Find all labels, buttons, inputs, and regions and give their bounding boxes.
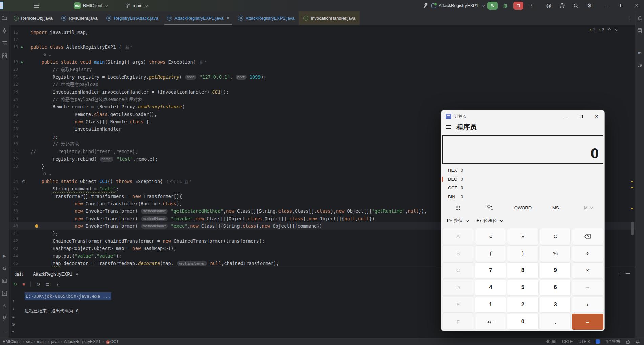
services-tool-icon[interactable] xyxy=(1,289,8,297)
maven-tool-icon[interactable]: m xyxy=(636,49,643,56)
calc-key-«[interactable]: « xyxy=(475,228,506,244)
structure-tool-icon[interactable] xyxy=(1,39,8,47)
search-icon[interactable] xyxy=(571,1,581,10)
calc-key-5[interactable]: 5 xyxy=(507,280,539,296)
window-restore-button[interactable] xyxy=(614,0,629,11)
code-with-me-icon[interactable] xyxy=(557,1,567,10)
prev-issue-icon[interactable] xyxy=(608,28,611,31)
notifications-bell-icon[interactable] xyxy=(636,14,643,22)
calc-key-multiply[interactable]: × xyxy=(572,262,603,279)
indent-setting[interactable]: 4个空格 xyxy=(606,339,620,344)
tab-RemoteObj.java[interactable]: IRemoteObj.java xyxy=(9,11,57,25)
run-tool-icon[interactable]: ▶ xyxy=(1,252,8,259)
window-minimize-button[interactable]: – xyxy=(599,0,614,11)
word-size-button[interactable]: QWORD xyxy=(506,205,539,210)
code-vision-icon[interactable]: ⚙ xyxy=(43,51,51,58)
settings-gear-icon[interactable]: ⚙ xyxy=(584,1,595,10)
project-tool-icon[interactable] xyxy=(1,14,8,22)
code-vision-icon[interactable]: ⚙ xyxy=(43,170,51,178)
calc-key-7[interactable]: 7 xyxy=(475,262,506,279)
radix-row-oct[interactable]: OCT0 xyxy=(441,183,604,192)
calc-key-4[interactable]: 4 xyxy=(475,280,506,296)
code-line-23[interactable]: 23 InvocationHandler invocationHandler =… xyxy=(9,88,635,96)
vcs-tool-icon[interactable] xyxy=(1,314,8,322)
run-settings-gear-icon[interactable]: ⚙ xyxy=(36,282,40,287)
tab-RMIClient.java[interactable]: CRMIClient.java xyxy=(57,11,102,25)
calc-minimize-button[interactable]: — xyxy=(558,110,573,122)
stop-process-icon[interactable]: ■ xyxy=(22,282,25,287)
run-button[interactable]: ↻ xyxy=(487,2,498,10)
calc-key-backspace[interactable] xyxy=(572,228,603,244)
console-command-line[interactable]: E:\JDK\jdk-8u65\bin\java.exe ... xyxy=(25,292,111,300)
calc-maximize-button[interactable] xyxy=(573,110,589,122)
run-line-icon[interactable]: ▶ xyxy=(18,58,29,66)
code-line-18[interactable]: 18▶public class AttackRegistryEXP1 { 新 * xyxy=(9,43,635,51)
calc-key-6[interactable]: 6 xyxy=(540,280,571,296)
inspections-widget[interactable]: ⚠3 ⚠2 xyxy=(589,27,617,32)
commit-tool-icon[interactable] xyxy=(1,27,8,34)
code-line-21[interactable]: 21 Registry registry = LocateRegistry.ge… xyxy=(9,73,635,81)
window-close-button[interactable]: ✕ xyxy=(629,0,644,11)
run-line-icon[interactable]: ▶ xyxy=(18,43,29,51)
run-configuration-select[interactable]: AttackRegistryEXP1 xyxy=(431,3,484,8)
soft-wrap-icon[interactable]: ≡ xyxy=(12,314,15,319)
vcs-branch-widget[interactable]: main xyxy=(126,3,147,8)
breadcrumb-item[interactable]: java xyxy=(51,339,59,344)
scrollbar-thumb[interactable] xyxy=(631,222,634,235)
debug-button[interactable] xyxy=(500,1,511,10)
main-menu-button[interactable] xyxy=(31,1,41,10)
calc-key-divide[interactable]: ÷ xyxy=(572,245,603,262)
ai-assistant-icon[interactable]: @ xyxy=(544,1,554,10)
plugins-tool-icon[interactable] xyxy=(1,52,8,59)
run-panel-tab[interactable]: AttackRegistryEXP1 × xyxy=(33,271,78,277)
calc-key-%[interactable]: % xyxy=(540,245,571,262)
radix-row-bin[interactable]: BIN0 xyxy=(441,192,604,201)
calc-key-negate[interactable]: +/− xyxy=(475,314,506,330)
hidden-tabs-icon[interactable]: ⋮ xyxy=(623,15,635,21)
radix-row-dec[interactable]: DEC0 xyxy=(441,175,604,183)
intention-bulb-icon[interactable] xyxy=(35,224,38,228)
breadcrumb-item[interactable]: src xyxy=(26,339,32,344)
calc-key-9[interactable]: 9 xyxy=(540,262,571,279)
more-actions-icon[interactable]: ⋮ xyxy=(526,1,536,10)
memory-menu-button[interactable]: M xyxy=(572,205,604,210)
calc-close-button[interactable]: ✕ xyxy=(589,110,604,122)
code-line-19[interactable]: 19▶ public static void main(String[] arg… xyxy=(9,58,635,66)
close-icon[interactable]: × xyxy=(76,271,78,277)
run-panel-hide-icon[interactable]: — xyxy=(626,271,630,276)
calc-key-2[interactable]: 2 xyxy=(507,297,539,313)
annotation-gutter-icon[interactable]: @ xyxy=(18,178,29,185)
project-widget[interactable]: RM RMIClient xyxy=(74,2,107,9)
stop-button[interactable] xyxy=(513,2,523,10)
code-inlay-row[interactable]: ⚙ xyxy=(9,51,635,58)
next-issue-icon[interactable] xyxy=(615,28,618,31)
breadcrumb-item[interactable]: mCC1 xyxy=(106,339,119,344)
breadcrumb-item[interactable]: AttackRegistryEXP1 xyxy=(64,339,101,344)
line-ending[interactable]: CRLF xyxy=(562,339,573,344)
code-line-17[interactable]: 17 xyxy=(9,36,635,43)
plugin-indicator-icon[interactable] xyxy=(596,339,600,344)
radix-row-hex[interactable]: HEX0 xyxy=(441,166,604,175)
terminal-tool-icon[interactable] xyxy=(1,277,8,284)
console-more-icon[interactable]: ⋮ xyxy=(55,282,60,287)
calc-key-»[interactable]: » xyxy=(507,228,539,244)
build-hammer-icon[interactable] xyxy=(421,1,431,10)
calc-key-1[interactable]: 1 xyxy=(475,297,506,313)
code-line-20[interactable]: 20 // 获取Registry xyxy=(9,66,635,73)
editor-scrollbar[interactable] xyxy=(631,25,634,268)
calc-key-decimal[interactable]: . xyxy=(540,314,571,330)
bitwise-dropdown[interactable]: 按位 xyxy=(444,216,471,225)
pin-tab-icon[interactable]: ▤ xyxy=(45,282,49,287)
bit-toggle-keypad-icon[interactable] xyxy=(474,205,506,210)
code-line-16[interactable]: 16import java.util.Map; xyxy=(9,28,635,36)
breadcrumb-item[interactable]: main xyxy=(37,339,46,344)
calc-menu-icon[interactable] xyxy=(446,125,451,129)
breadcrumb-item[interactable]: RMIClient xyxy=(3,339,21,344)
more-tools-icon[interactable]: ⋯ xyxy=(1,327,8,334)
file-encoding[interactable]: UTF-8 xyxy=(578,339,590,344)
code-line-25[interactable]: 25 Remote remote = (Remote) Proxy.newPro… xyxy=(9,103,635,110)
calc-key-)[interactable]: ) xyxy=(507,245,539,262)
tab-RegistryListAttack.java[interactable]: CRegistryListAttack.java xyxy=(102,11,163,25)
tab-AttackRegistryEXP1.java[interactable]: CAttackRegistryEXP1.java× xyxy=(163,11,234,25)
tab-AttackRegistryEXP2.java[interactable]: CAttackRegistryEXP2.java xyxy=(234,11,299,25)
